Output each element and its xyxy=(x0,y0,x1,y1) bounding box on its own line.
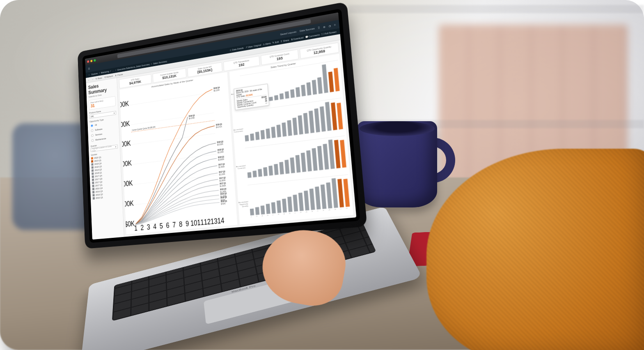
legend-title: Quarter xyxy=(91,150,118,156)
help-icon[interactable]: ⍰ xyxy=(318,26,320,29)
svg-rect-125 xyxy=(277,200,282,213)
svg-rect-124 xyxy=(271,202,276,214)
dashboard-screen: ☰ Saved Layouts Data Sources ⍰ ⚙ ◔ ⎋ ← E… xyxy=(85,12,356,239)
svg-text:$2,450K: $2,450K xyxy=(218,166,225,168)
legend-item[interactable]: 2018 Q1 xyxy=(92,169,119,175)
days-left-label: Days Left in EoQ xyxy=(90,98,114,104)
crumb-explore[interactable]: Explore xyxy=(92,72,98,76)
share-button[interactable]: ⇪ Share xyxy=(280,39,289,43)
svg-rect-91 xyxy=(303,113,309,134)
download-button[interactable]: ⬇ Download xyxy=(291,36,304,41)
svg-line-28 xyxy=(131,120,215,132)
legend-item[interactable]: 2016 Q1 xyxy=(93,194,120,200)
svg-rect-93 xyxy=(314,108,320,132)
svg-rect-88 xyxy=(287,120,292,136)
legend-item[interactable]: 2018 Q4 xyxy=(91,160,118,166)
svg-rect-105 xyxy=(274,164,279,175)
legend-item[interactable]: 2016 Q2 xyxy=(92,191,120,197)
svg-rect-104 xyxy=(269,166,273,176)
svg-rect-135 xyxy=(332,178,338,208)
legend-item[interactable]: 2016 Q4 xyxy=(92,184,119,191)
svg-rect-72 xyxy=(307,82,312,96)
svg-rect-121 xyxy=(255,207,260,214)
crumb-ellipsis[interactable]: … xyxy=(112,69,114,72)
legend-item[interactable]: 2017 Q3 xyxy=(92,175,119,181)
legend-item[interactable]: 2017 Q4 xyxy=(92,172,119,178)
svg-text:4: 4 xyxy=(153,222,157,231)
svg-rect-115 xyxy=(328,139,335,169)
maximize-icon[interactable] xyxy=(94,59,96,62)
notifications-icon[interactable]: ◔ xyxy=(328,24,331,28)
filter-product-select[interactable]: (All) ▾ xyxy=(89,111,117,119)
minimize-icon[interactable] xyxy=(90,60,92,62)
back-icon[interactable]: ← xyxy=(88,74,90,76)
svg-text:$6,152K: $6,152K xyxy=(213,89,220,92)
edit-button[interactable]: ✎ Edit xyxy=(272,41,279,44)
svg-rect-136 xyxy=(338,179,344,207)
sales-trend-chart[interactable]: Sales Trend by Quarter Accumulated Sales… xyxy=(229,54,353,225)
legend-item[interactable]: 2017 Q2 xyxy=(92,178,119,184)
svg-rect-69 xyxy=(291,89,295,98)
svg-text:$3,000K: $3,000K xyxy=(120,159,132,169)
svg-rect-95 xyxy=(325,101,332,131)
svg-rect-74 xyxy=(317,77,323,94)
color-legend: Quarter 2019 Q12019 Q12018 Q42018 Q32018… xyxy=(91,150,120,200)
radio-all[interactable]: All xyxy=(89,120,117,129)
svg-rect-128 xyxy=(293,194,298,211)
redo-button[interactable]: → xyxy=(92,78,94,81)
close-icon[interactable] xyxy=(87,60,89,63)
svg-rect-109 xyxy=(296,155,301,173)
gear-icon[interactable]: ⚙ xyxy=(323,25,325,28)
svg-text:$4,000K: $4,000K xyxy=(120,139,131,150)
redo2-button[interactable]: ↻ Redo xyxy=(96,76,102,80)
svg-text:11: 11 xyxy=(197,218,204,227)
radio-services[interactable]: Services xyxy=(90,129,117,138)
legend-item[interactable]: 2018 Q2 xyxy=(92,166,119,173)
undo-button[interactable]: ← xyxy=(88,78,90,81)
legend-item[interactable]: 2017 Q1 xyxy=(92,182,119,188)
radio-software[interactable]: Software xyxy=(90,124,117,133)
legend-item[interactable]: 2016 Q3 xyxy=(92,188,120,194)
menu-icon[interactable]: ☰ xyxy=(88,67,89,70)
filter-opptype-label: Opportunity Type xyxy=(89,117,116,123)
crumb-marketing[interactable]: Marketing xyxy=(101,70,109,74)
svg-text:2018 Q2: 2018 Q2 xyxy=(318,209,325,216)
data-sources-link[interactable]: Data Sources xyxy=(300,27,315,32)
svg-rect-66 xyxy=(274,95,278,100)
svg-text:2016 Q1: 2016 Q1 xyxy=(268,214,275,217)
svg-rect-97 xyxy=(337,102,343,129)
svg-rect-114 xyxy=(323,144,329,170)
refresh-button[interactable]: ⟲ Refresh xyxy=(104,75,113,78)
svg-text:2015 Q4: 2015 Q4 xyxy=(262,214,269,217)
svg-rect-132 xyxy=(315,186,321,209)
saved-layouts-link[interactable]: Saved Layouts xyxy=(280,30,296,36)
kpi-card: QTD Sales$4,978K xyxy=(119,74,151,88)
svg-text:12: 12 xyxy=(204,217,211,227)
svg-rect-83 xyxy=(261,130,265,139)
svg-text:5: 5 xyxy=(159,221,163,230)
svg-line-8 xyxy=(132,134,215,145)
svg-rect-100 xyxy=(248,172,252,178)
crumb-workbook[interactable]: Executive Salesforce_Sales Summary xyxy=(117,63,150,71)
legend-item[interactable]: 2019 Q1 xyxy=(91,154,118,160)
svg-rect-94 xyxy=(320,106,326,131)
svg-rect-129 xyxy=(298,192,304,211)
svg-rect-70 xyxy=(296,87,300,97)
svg-rect-111 xyxy=(307,150,312,172)
accumulated-sales-chart[interactable]: Accumulated Sales by Week of the Quarter… xyxy=(119,72,237,234)
svg-rect-107 xyxy=(285,160,290,174)
crumb-current: Sales Summary xyxy=(153,60,167,64)
svg-rect-77 xyxy=(334,68,340,91)
svg-rect-108 xyxy=(290,157,295,173)
svg-text:2017 Q1: 2017 Q1 xyxy=(290,212,297,217)
radio-maintenance[interactable]: Maintenance xyxy=(90,135,117,143)
svg-rect-73 xyxy=(312,80,317,95)
filter-quarter-select[interactable]: Highlight Quarter of Close Date ▾ xyxy=(91,145,118,152)
legend-item[interactable]: 2018 Q3 xyxy=(92,163,119,169)
user-icon[interactable]: ⎋ xyxy=(334,23,336,26)
svg-rect-134 xyxy=(326,182,332,208)
alerts-button[interactable]: ⚠ Alerts xyxy=(263,42,271,46)
svg-text:2015 Q2: 2015 Q2 xyxy=(252,215,258,217)
pause-button[interactable]: ⏸ Pause xyxy=(115,73,123,77)
legend-item[interactable]: 2019 Q1 xyxy=(91,157,118,163)
